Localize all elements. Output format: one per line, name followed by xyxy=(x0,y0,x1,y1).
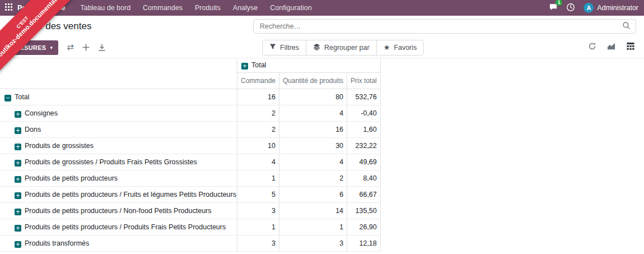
download-icon[interactable] xyxy=(98,44,106,52)
nav-menu: Tableau de bordCommandesProduitsAnalyseC… xyxy=(74,0,318,16)
pivot-row-label: Produits de petits producteurs xyxy=(25,174,118,182)
expand-plus-icon[interactable]: + xyxy=(15,127,21,134)
pivot-row-header[interactable]: −Total xyxy=(0,89,237,105)
expand-plus-icon[interactable]: + xyxy=(241,63,248,70)
control-panel-top: Analyse des ventes xyxy=(0,16,644,37)
pivot-cell[interactable]: 30 xyxy=(279,138,347,154)
view-switcher xyxy=(588,42,644,53)
pivot-cell[interactable]: -0,40 xyxy=(347,105,381,122)
search-bar[interactable] xyxy=(253,19,636,34)
expand-plus-icon[interactable]: + xyxy=(15,111,21,118)
pivot-cell[interactable]: 4 xyxy=(237,154,279,170)
pivot-cell[interactable]: 16 xyxy=(279,122,347,138)
collapse-minus-icon[interactable]: − xyxy=(4,95,11,101)
pivot-cell[interactable]: 532,76 xyxy=(347,89,381,105)
group-by-label: Regrouper par xyxy=(324,44,370,52)
pivot-row-header[interactable]: +Produits de petits producteurs xyxy=(0,170,237,187)
pivot-row-label: Produits de grossistes / Produits Frais … xyxy=(25,158,197,166)
nav-item-analyse[interactable]: Analyse xyxy=(227,0,264,16)
measure-column-header[interactable]: Commande xyxy=(237,73,279,89)
pivot-cell[interactable]: 16 xyxy=(237,89,279,105)
pivot-row-label: Produits de petits producteurs / Produit… xyxy=(25,223,226,231)
refresh-button[interactable] xyxy=(588,42,596,53)
pivot-cell[interactable]: 2 xyxy=(237,122,279,138)
filters-button[interactable]: Filtres xyxy=(263,40,306,55)
expand-plus-icon[interactable]: + xyxy=(15,144,21,150)
column-group-label: Total xyxy=(251,61,266,69)
pivot-cell[interactable]: 5 xyxy=(237,187,279,203)
nav-item-commandes[interactable]: Commandes xyxy=(137,0,189,16)
search-input[interactable] xyxy=(259,22,622,31)
pivot-view-button[interactable] xyxy=(626,42,635,53)
pivot-cell[interactable]: 2 xyxy=(237,105,279,122)
apps-menu-button[interactable] xyxy=(0,0,17,16)
expand-plus-icon[interactable]: + xyxy=(15,192,21,199)
pivot-cell[interactable]: 66,67 xyxy=(347,187,381,203)
pivot-cell[interactable]: 6 xyxy=(279,187,347,203)
pivot-cell[interactable]: 12,18 xyxy=(347,235,381,252)
pivot-row-header[interactable]: +Produits de petits producteurs / Produi… xyxy=(0,219,237,235)
pivot-cell[interactable]: 3 xyxy=(279,235,347,252)
nav-item-produits[interactable]: Produits xyxy=(189,0,227,16)
pivot-cell[interactable]: 14 xyxy=(279,203,347,219)
area-chart-icon xyxy=(606,42,616,53)
expand-plus-icon[interactable]: + xyxy=(15,160,21,167)
pivot-row: +Produits de petits producteurs128,40 xyxy=(0,170,380,187)
messages-menu-button[interactable]: 1 xyxy=(549,3,558,13)
pivot-cell[interactable]: 1 xyxy=(237,170,279,187)
pivot-cell[interactable]: 1,60 xyxy=(347,122,381,138)
pivot-row-header[interactable]: +Produits de petits producteurs / Non-fo… xyxy=(0,203,237,219)
graph-view-button[interactable] xyxy=(606,42,616,53)
favorites-button[interactable]: ★ Favoris xyxy=(377,40,424,55)
pivot-cell[interactable]: 1 xyxy=(279,219,347,235)
header-spacer xyxy=(0,58,237,73)
pivot-table: +Total CommandeQuantité de produitsPrix … xyxy=(0,58,381,252)
pivot-cell[interactable]: 2 xyxy=(279,170,347,187)
pivot-cell[interactable]: 26,90 xyxy=(347,219,381,235)
expand-all-icon[interactable] xyxy=(82,44,90,51)
search-options: Filtres Regrouper par ★ Favoris xyxy=(262,40,588,56)
nav-item-configuration[interactable]: Configuration xyxy=(264,0,318,16)
pivot-cell[interactable]: 4 xyxy=(279,154,347,170)
pivot-cell[interactable]: 1 xyxy=(237,219,279,235)
expand-plus-icon[interactable]: + xyxy=(15,176,21,183)
pivot-row-header[interactable]: +Produits de petits producteurs / Fruits… xyxy=(0,187,237,203)
expand-plus-icon[interactable]: + xyxy=(15,225,21,232)
activities-button[interactable] xyxy=(566,3,575,13)
nav-item-tableau-de-bord[interactable]: Tableau de bord xyxy=(74,0,137,16)
pivot-view: +Total CommandeQuantité de produitsPrix … xyxy=(0,58,644,252)
pivot-cell[interactable]: 10 xyxy=(237,138,279,154)
flip-axis-icon[interactable]: ⇄ xyxy=(67,43,74,52)
pivot-cell[interactable]: 232,22 xyxy=(347,138,381,154)
pivot-row-label: Consignes xyxy=(25,109,58,117)
pivot-cell[interactable]: 4 xyxy=(279,105,347,122)
pivot-row-label: Produits de petits producteurs / Non-foo… xyxy=(25,207,212,215)
pivot-row: +Produits de grossistes / Produits Frais… xyxy=(0,154,380,170)
app-name[interactable]: Point de vente xyxy=(17,4,65,12)
measure-column-header[interactable]: Prix total xyxy=(347,73,381,89)
pivot-cell[interactable]: 8,40 xyxy=(347,170,381,187)
pivot-row-label: Total xyxy=(15,93,29,101)
pivot-row-label: Produits de grossistes xyxy=(25,142,94,150)
pivot-row-header[interactable]: +Produits transformés xyxy=(0,235,237,252)
refresh-icon xyxy=(588,42,596,53)
pivot-cell[interactable]: 135,50 xyxy=(347,203,381,219)
search-icon[interactable] xyxy=(622,21,631,32)
pivot-cell[interactable]: 80 xyxy=(279,89,347,105)
measure-column-header[interactable]: Quantité de produits xyxy=(279,73,347,89)
group-by-button[interactable]: Regrouper par xyxy=(306,40,377,55)
pivot-row: +Produits de grossistes1030232,22 xyxy=(0,138,380,154)
pivot-row-header[interactable]: +Dons xyxy=(0,122,237,138)
column-group-header[interactable]: +Total xyxy=(237,58,380,73)
pivot-row-header[interactable]: +Produits de grossistes / Produits Frais… xyxy=(0,154,237,170)
pivot-row-header[interactable]: +Produits de grossistes xyxy=(0,138,237,154)
expand-plus-icon[interactable]: + xyxy=(15,241,21,248)
pivot-row-header[interactable]: +Consignes xyxy=(0,105,237,122)
expand-plus-icon[interactable]: + xyxy=(15,209,21,215)
pivot-cell[interactable]: 49,69 xyxy=(347,154,381,170)
pivot-cell[interactable]: 3 xyxy=(237,235,279,252)
measures-button[interactable]: MESURES ▾ xyxy=(9,40,58,55)
header-spacer xyxy=(0,73,237,89)
pivot-cell[interactable]: 3 xyxy=(237,203,279,219)
user-menu[interactable]: A Administrator xyxy=(584,3,638,13)
